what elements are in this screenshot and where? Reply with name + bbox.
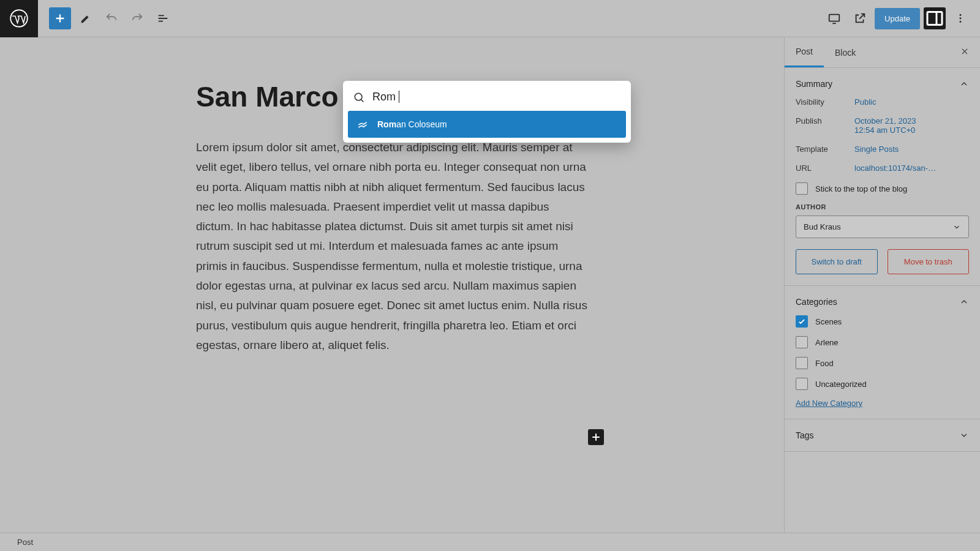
top-toolbar: Update <box>0 0 980 37</box>
category-label: Scenes <box>815 317 842 326</box>
add-block-button[interactable] <box>49 7 71 29</box>
kebab-icon <box>954 12 967 25</box>
close-sidebar-button[interactable] <box>949 47 980 58</box>
panel-tags-title: Tags <box>796 430 814 440</box>
chevron-up-icon <box>959 79 969 89</box>
search-result-label: Roman Coloseum <box>377 119 447 129</box>
chevron-down-icon <box>959 430 969 440</box>
svg-point-5 <box>960 21 962 23</box>
block-search-popover: Rom Roman Coloseum <box>343 81 631 143</box>
svg-point-3 <box>960 14 962 16</box>
sidebar-tabs: Post Block <box>785 37 980 68</box>
update-button[interactable]: Update <box>875 8 920 29</box>
url-value[interactable]: localhost:10174/san-… <box>854 163 969 173</box>
panel-tags: Tags <box>785 419 980 452</box>
move-to-trash-button[interactable]: Move to trash <box>888 249 970 274</box>
chevron-up-icon <box>959 297 969 307</box>
chevron-down-icon <box>952 223 961 231</box>
toolbar-right: Update <box>823 7 980 29</box>
panel-tags-toggle[interactable]: Tags <box>796 430 969 440</box>
svg-rect-1 <box>829 15 840 21</box>
breadcrumb[interactable]: Post <box>17 538 33 547</box>
settings-sidebar-toggle[interactable] <box>924 7 946 29</box>
redo-button[interactable] <box>126 7 148 29</box>
row-publish: Publish October 21, 2023 12:54 am UTC+0 <box>796 116 969 135</box>
editor-footer: Post <box>0 533 980 551</box>
summary-actions: Switch to draft Move to trash <box>796 249 969 274</box>
template-label: Template <box>796 144 854 154</box>
row-visibility: Visibility Public <box>796 97 969 107</box>
pencil-icon <box>79 12 92 25</box>
settings-sidebar: Post Block Summary Visibility Public Pub… <box>784 37 980 533</box>
check-icon <box>797 317 806 326</box>
category-label: Uncategorized <box>815 380 867 389</box>
panel-summary-title: Summary <box>796 79 832 89</box>
list-icon <box>156 12 170 25</box>
add-block-inline-button[interactable] <box>588 429 604 445</box>
category-checkbox[interactable] <box>796 315 808 328</box>
panel-categories-title: Categories <box>796 297 837 307</box>
add-new-category-link[interactable]: Add New Category <box>796 399 969 408</box>
undo-icon <box>105 12 118 25</box>
desktop-icon <box>827 12 841 25</box>
category-checkbox[interactable] <box>796 378 808 390</box>
category-checkbox[interactable] <box>796 357 808 369</box>
panel-summary-toggle[interactable]: Summary <box>796 79 969 89</box>
svg-rect-2 <box>927 12 942 25</box>
url-label: URL <box>796 163 854 173</box>
search-icon <box>353 91 365 103</box>
row-template: Template Single Posts <box>796 144 969 154</box>
author-value: Bud Kraus <box>804 222 841 231</box>
panel-categories-toggle[interactable]: Categories <box>796 297 969 307</box>
svg-point-4 <box>960 18 962 20</box>
switch-to-draft-button[interactable]: Switch to draft <box>796 249 878 274</box>
svg-point-6 <box>355 93 362 100</box>
panel-categories: Categories Scenes Arlene Food Uncategori… <box>785 286 980 419</box>
external-link-icon <box>853 12 867 25</box>
search-result-pattern[interactable]: Roman Coloseum <box>348 111 626 138</box>
post-body-paragraph[interactable]: Lorem ipsum dolor sit amet, consectetur … <box>196 138 588 355</box>
row-url: URL localhost:10174/san-… <box>796 163 969 173</box>
author-select[interactable]: Bud Kraus <box>796 216 969 238</box>
redo-icon <box>130 12 144 25</box>
category-row[interactable]: Uncategorized <box>796 378 969 390</box>
row-stick[interactable]: Stick to the top of the blog <box>796 182 969 195</box>
visibility-value[interactable]: Public <box>854 97 969 107</box>
preview-button[interactable] <box>849 7 871 29</box>
panel-summary: Summary Visibility Public Publish Octobe… <box>785 68 980 286</box>
category-row[interactable]: Food <box>796 357 969 369</box>
wordpress-icon <box>10 9 28 28</box>
pattern-icon <box>356 118 369 130</box>
toolbar-left <box>38 7 174 29</box>
panel-icon <box>924 7 946 29</box>
tab-post[interactable]: Post <box>785 37 824 67</box>
category-label: Arlene <box>815 338 839 347</box>
category-row[interactable]: Scenes <box>796 315 969 328</box>
tab-block[interactable]: Block <box>824 37 867 67</box>
block-search-input[interactable]: Rom <box>372 91 621 103</box>
undo-button[interactable] <box>100 7 123 29</box>
plus-icon <box>590 431 602 443</box>
document-overview-button[interactable] <box>152 7 174 29</box>
publish-label: Publish <box>796 116 854 126</box>
publish-value[interactable]: October 21, 2023 12:54 am UTC+0 <box>854 116 969 135</box>
author-heading: AUTHOR <box>796 203 969 211</box>
wp-logo[interactable] <box>0 0 38 37</box>
template-value[interactable]: Single Posts <box>854 144 969 154</box>
view-button[interactable] <box>823 7 845 29</box>
category-checkbox[interactable] <box>796 336 808 348</box>
plus-icon <box>53 12 67 25</box>
visibility-label: Visibility <box>796 97 854 107</box>
options-button[interactable] <box>949 7 971 29</box>
category-row[interactable]: Arlene <box>796 336 969 348</box>
category-label: Food <box>815 359 834 368</box>
stick-checkbox[interactable] <box>796 182 808 195</box>
close-icon <box>960 47 969 56</box>
tools-button[interactable] <box>75 7 97 29</box>
block-search-row: Rom <box>348 86 626 111</box>
stick-label: Stick to the top of the blog <box>815 184 907 193</box>
